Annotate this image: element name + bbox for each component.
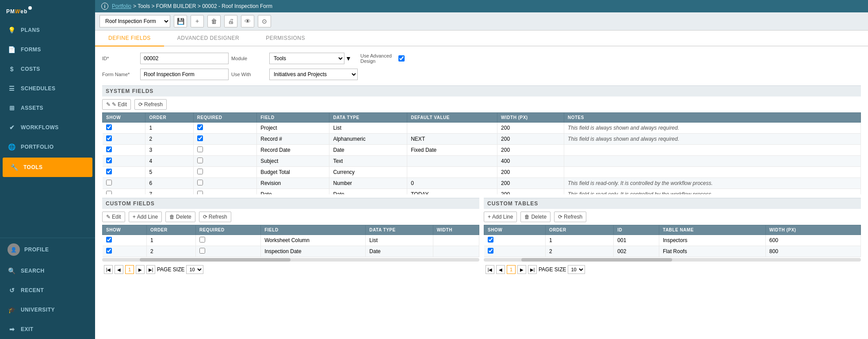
sf-default-cell: NEXT <box>407 134 497 145</box>
cf-show-cell[interactable] <box>103 246 147 257</box>
module-select[interactable]: Tools <box>269 53 344 64</box>
sf-order-cell: 6 <box>145 178 193 189</box>
ct-id-cell: 001 <box>614 235 659 246</box>
cf-first-page-btn[interactable]: |◀ <box>104 265 113 274</box>
ct-show-cell[interactable] <box>484 235 546 246</box>
custom-tables-delete-btn[interactable]: 🗑 Delete <box>520 212 551 222</box>
id-input[interactable] <box>140 53 229 64</box>
use-with-select[interactable]: Initiatives and Projects <box>269 69 358 80</box>
cf-h-scrollbar[interactable] <box>102 258 479 262</box>
sf-show-cell[interactable] <box>103 178 145 189</box>
sf-order-cell: 3 <box>145 145 193 156</box>
sf-show-cell[interactable] <box>103 189 145 195</box>
sf-required-cell[interactable] <box>193 145 257 156</box>
cf-required-cell[interactable] <box>195 235 260 246</box>
breadcrumb-portfolio-link[interactable]: Portfolio <box>112 3 131 9</box>
form-name-select[interactable]: Roof Inspection Form <box>99 15 170 27</box>
save-button[interactable]: 💾 <box>174 15 187 27</box>
custom-fields-table-scroll[interactable]: SHOW ORDER REQUIRED FIELD DATA TYPE WIDT… <box>102 225 479 257</box>
sidebar-item-university[interactable]: 🎓 University <box>0 300 95 320</box>
sidebar-item-assets[interactable]: ⊞ Assets <box>0 98 95 118</box>
cf-data-type-cell: List <box>366 235 433 246</box>
sidebar-item-search[interactable]: 🔍 Search <box>0 261 95 281</box>
cf-col-field: FIELD <box>261 225 366 235</box>
system-fields-refresh-btn[interactable]: ⟳ Refresh <box>134 99 167 110</box>
view-button[interactable]: 👁 <box>241 15 254 27</box>
sf-default-cell: 0 <box>407 178 497 189</box>
sidebar-item-plans[interactable]: 💡 Plans <box>0 20 95 40</box>
cf-page-size-label: PAGE SIZE <box>157 266 184 273</box>
print-button[interactable]: 🖨 <box>224 15 237 27</box>
sf-required-cell[interactable] <box>193 178 257 189</box>
cf-last-page-btn[interactable]: ▶| <box>146 265 155 274</box>
col-notes: NOTES <box>564 113 860 123</box>
sf-required-cell[interactable] <box>193 123 257 134</box>
ct-page-size-select[interactable]: 10 25 50 <box>568 265 585 274</box>
sf-required-cell[interactable] <box>193 156 257 167</box>
ct-last-page-btn[interactable]: ▶| <box>528 265 537 274</box>
ct-id-cell: 002 <box>614 246 659 257</box>
ct-col-order: ORDER <box>546 225 614 235</box>
sf-required-cell[interactable] <box>193 134 257 145</box>
form-name-input[interactable] <box>140 69 229 80</box>
tabs-bar: Define Fields Advanced Designer Permissi… <box>95 31 868 46</box>
custom-tables-refresh-btn[interactable]: ⟳ Refresh <box>554 212 586 222</box>
sidebar-item-profile[interactable]: 👤 Profile <box>0 238 95 261</box>
sidebar-item-schedules[interactable]: ☰ Schedules <box>0 79 95 98</box>
cf-prev-page-btn[interactable]: ◀ <box>115 265 123 274</box>
use-advanced-checkbox[interactable] <box>398 55 405 62</box>
sidebar-item-exit[interactable]: ➡ Exit <box>0 320 95 339</box>
sidebar-item-workflows[interactable]: ✔ Workflows <box>0 118 95 137</box>
tab-define-fields[interactable]: Define Fields <box>95 31 164 46</box>
sidebar-item-tools[interactable]: 🔧 Tools <box>3 158 92 177</box>
ct-next-page-btn[interactable]: ▶ <box>517 265 526 274</box>
sf-required-cell[interactable] <box>193 167 257 178</box>
add-button[interactable]: ＋ <box>191 15 204 27</box>
ct-h-scrollbar[interactable] <box>484 258 861 262</box>
cf-next-page-btn[interactable]: ▶ <box>136 265 145 274</box>
sidebar-item-forms[interactable]: 📄 Forms <box>0 40 95 59</box>
ct-first-page-btn[interactable]: |◀ <box>486 265 494 274</box>
cf-required-cell[interactable] <box>195 246 260 257</box>
system-fields-action-bar: ✎ ✎ Edit ⟳ Refresh <box>102 99 861 110</box>
sf-notes-cell: This field is read-only. It is controlle… <box>564 178 860 189</box>
custom-fields-delete-btn[interactable]: 🗑 Delete <box>165 212 195 222</box>
custom-tables-table: SHOW ORDER ID TABLE NAME WIDTH (PX) 1 00… <box>484 225 861 257</box>
plans-icon: 💡 <box>8 26 16 35</box>
system-fields-edit-btn[interactable]: ✎ ✎ Edit <box>102 99 131 110</box>
sidebar-item-costs[interactable]: $ Costs <box>0 59 95 79</box>
sf-required-cell[interactable] <box>193 189 257 195</box>
ct-show-cell[interactable] <box>484 246 546 257</box>
sf-show-cell[interactable] <box>103 123 145 134</box>
sidebar-item-recent[interactable]: ↺ Recent <box>0 281 95 300</box>
sf-show-cell[interactable] <box>103 167 145 178</box>
edit-cf-icon: ✎ <box>106 214 111 220</box>
custom-fields-edit-btn[interactable]: ✎ Edit <box>102 212 125 222</box>
sf-width-cell: 400 <box>497 156 564 167</box>
custom-tables-table-scroll[interactable]: SHOW ORDER ID TABLE NAME WIDTH (PX) 1 00… <box>484 225 861 257</box>
custom-fields-add-btn[interactable]: + Add Line <box>129 212 162 222</box>
ct-col-show: SHOW <box>484 225 546 235</box>
cf-show-cell[interactable] <box>103 235 147 246</box>
sidebar-item-portfolio[interactable]: 🌐 Portfolio <box>0 137 95 157</box>
cf-width-cell <box>433 235 479 246</box>
sf-show-cell[interactable] <box>103 156 145 167</box>
ct-prev-page-btn[interactable]: ◀ <box>496 265 505 274</box>
cf-col-show: SHOW <box>103 225 147 235</box>
info-icon[interactable]: i <box>101 3 108 10</box>
custom-tables-add-btn[interactable]: + Add Line <box>484 212 517 222</box>
form-selector: Roof Inspection Form <box>99 15 170 27</box>
sf-show-cell[interactable] <box>103 145 145 156</box>
edit-icon: ✎ <box>106 101 111 108</box>
tab-permissions[interactable]: Permissions <box>252 31 318 46</box>
add-ct-icon: + <box>488 214 491 220</box>
cf-page-size-select[interactable]: 10 25 50 <box>186 265 203 274</box>
system-fields-table-scroll[interactable]: SHOW ORDER REQUIRED FIELD DATA TYPE DEFA… <box>102 112 861 194</box>
custom-fields-panel: Custom Fields ✎ Edit + Add Line 🗑 Delete <box>102 198 479 277</box>
sf-show-cell[interactable] <box>103 134 145 145</box>
toggle-button[interactable]: ⊙ <box>258 15 271 27</box>
custom-tables-row: 1 001 Inspectors 600 <box>484 235 861 246</box>
delete-button[interactable]: 🗑 <box>207 15 221 27</box>
custom-fields-refresh-btn[interactable]: ⟳ Refresh <box>199 212 231 222</box>
tab-advanced-designer[interactable]: Advanced Designer <box>164 31 252 46</box>
